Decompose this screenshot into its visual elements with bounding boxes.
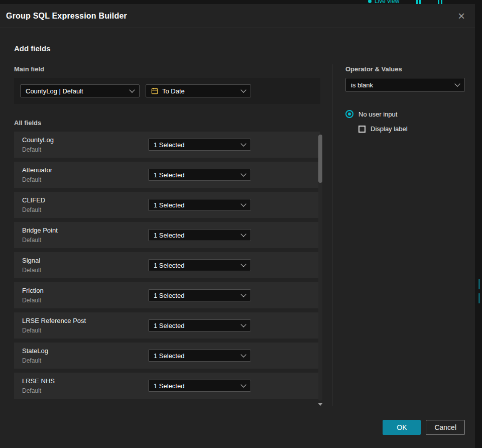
field-row: StateLog Default 1 Selected	[14, 343, 320, 369]
radio-selected-icon[interactable]	[345, 110, 353, 118]
date-select-value: To Date	[162, 87, 237, 95]
chevron-down-icon	[240, 382, 246, 387]
live-view-indicator-icon	[368, 0, 372, 3]
field-row: CountyLog Default 1 Selected	[14, 132, 320, 158]
chevron-down-icon	[240, 231, 246, 237]
background-toolbar-icon	[438, 0, 442, 4]
main-field-select[interactable]: CountyLog | Default	[20, 84, 140, 97]
no-user-input-label: No user input	[358, 110, 397, 118]
calendar-icon	[151, 87, 158, 94]
field-row: Bridge Point Default 1 Selected	[14, 222, 320, 248]
operator-values-panel: Operator & Values is blank No user input…	[345, 65, 465, 133]
chevron-down-icon	[454, 81, 460, 86]
main-field-date-select[interactable]: To Date	[146, 84, 251, 97]
group-sql-expression-builder-dialog: Group SQL Expression Builder × Add field…	[0, 4, 475, 448]
scroll-down-arrow-icon[interactable]	[318, 403, 323, 406]
operator-values-label: Operator & Values	[345, 65, 465, 73]
panel-divider	[332, 64, 332, 406]
select-value: 1 Selected	[154, 201, 237, 209]
scrollbar-thumb[interactable]	[318, 135, 322, 183]
main-field-label: Main field	[14, 65, 320, 73]
cancel-button[interactable]: Cancel	[426, 420, 465, 435]
ok-button[interactable]: OK	[383, 420, 421, 435]
radio-dot	[348, 113, 351, 116]
field-row: Signal Default 1 Selected	[14, 252, 320, 278]
dialog-footer: OK Cancel	[383, 420, 465, 435]
close-icon[interactable]: ×	[455, 10, 468, 22]
select-value: 1 Selected	[154, 171, 237, 179]
main-field-select-value: CountyLog | Default	[26, 87, 126, 95]
all-fields-label: All fields	[14, 119, 320, 127]
field-list: CountyLog Default 1 Selected Attenuator …	[14, 132, 320, 399]
field-selection-dropdown[interactable]: 1 Selected	[148, 380, 251, 392]
field-row: Attenuator Default 1 Selected	[14, 162, 320, 188]
field-selection-dropdown[interactable]: 1 Selected	[148, 169, 251, 181]
field-selection-dropdown[interactable]: 1 Selected	[148, 350, 251, 362]
field-row: Friction Default 1 Selected	[14, 282, 320, 308]
field-row: LRSE Reference Post Default 1 Selected	[14, 312, 320, 339]
display-label-option[interactable]: Display label	[358, 125, 465, 133]
chevron-down-icon	[240, 141, 246, 146]
live-view-toggle: Live view	[368, 0, 399, 4]
chevron-down-icon	[240, 171, 246, 176]
select-value: 1 Selected	[154, 352, 237, 360]
fields-panel: Main field CountyLog | Default To Date	[14, 65, 320, 403]
section-title: Add fields	[14, 44, 51, 53]
operator-select-value: is blank	[351, 81, 451, 89]
select-value: 1 Selected	[154, 141, 237, 149]
chevron-down-icon	[129, 87, 135, 92]
select-value: 1 Selected	[154, 322, 237, 329]
dialog-title: Group SQL Expression Builder	[6, 12, 127, 21]
operator-select[interactable]: is blank	[345, 78, 465, 92]
field-selection-dropdown[interactable]: 1 Selected	[148, 229, 251, 241]
background-toolbar-icon	[416, 0, 421, 4]
field-selection-dropdown[interactable]: 1 Selected	[148, 319, 251, 331]
field-row: CLIFED Default 1 Selected	[14, 192, 320, 218]
field-selection-dropdown[interactable]: 1 Selected	[148, 139, 251, 151]
chevron-down-icon	[240, 261, 246, 267]
select-value: 1 Selected	[154, 382, 237, 390]
background-app-bar: Live view	[0, 0, 475, 4]
main-field-bar: CountyLog | Default To Date	[14, 78, 320, 104]
chevron-down-icon	[240, 291, 246, 297]
field-selection-dropdown[interactable]: 1 Selected	[148, 259, 251, 271]
chevron-down-icon	[240, 87, 246, 92]
field-selection-dropdown[interactable]: 1 Selected	[148, 199, 251, 211]
no-user-input-option[interactable]: No user input	[345, 110, 465, 118]
field-row: LRSE NHS Default 1 Selected	[14, 373, 320, 399]
select-value: 1 Selected	[154, 262, 237, 269]
chevron-down-icon	[240, 321, 246, 327]
background-artifact	[478, 279, 480, 289]
dialog-header: Group SQL Expression Builder ×	[0, 4, 475, 28]
live-view-label: Live view	[375, 0, 399, 4]
field-list-scrollbar[interactable]	[318, 134, 322, 401]
select-value: 1 Selected	[154, 232, 237, 239]
display-label-label: Display label	[371, 125, 408, 133]
background-artifact	[478, 293, 480, 303]
checkbox-unchecked-icon[interactable]	[358, 126, 366, 133]
field-selection-dropdown[interactable]: 1 Selected	[148, 289, 251, 301]
chevron-down-icon	[240, 352, 246, 357]
select-value: 1 Selected	[154, 292, 237, 299]
chevron-down-icon	[240, 201, 246, 206]
